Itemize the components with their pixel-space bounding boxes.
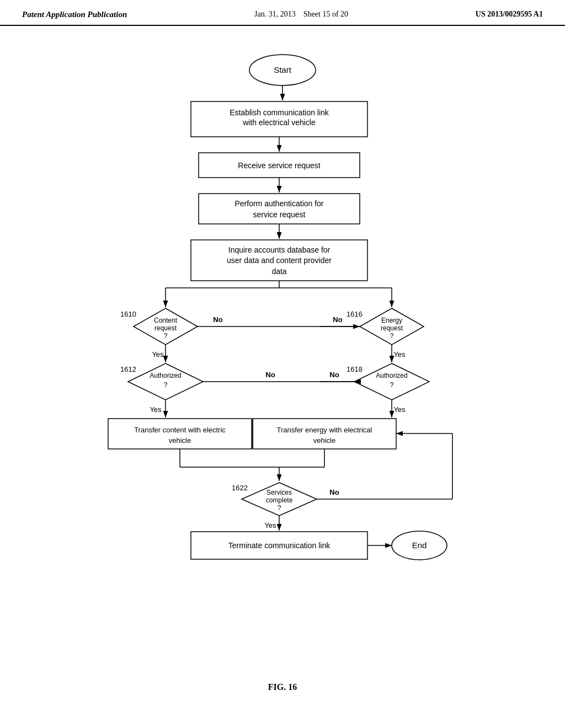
- node-1612-line2: ?: [164, 381, 168, 389]
- figure-label: FIG. 16: [0, 682, 565, 703]
- node-terminate: Terminate communication link: [228, 541, 331, 550]
- node-1622-line1: Services: [266, 489, 292, 496]
- node-1606-line1: Perform authentication for: [234, 199, 323, 208]
- node-1620-line1: Transfer energy with electrical: [277, 426, 372, 434]
- node-1624-line2: vehicle: [169, 436, 191, 445]
- yes-1622: Yes: [264, 521, 276, 529]
- node-1608-line3: data: [271, 267, 286, 276]
- ref-1616: 1616: [347, 310, 363, 318]
- node-1616-line2: request: [381, 324, 403, 332]
- node-1616-line1: Energy: [381, 317, 402, 324]
- no-1612: No: [265, 371, 275, 379]
- yes-1616: Yes: [393, 350, 406, 358]
- node-1612-line1: Authorized: [150, 372, 181, 379]
- header-date-sheet: Jan. 31, 2013 Sheet 15 of 20: [254, 10, 348, 19]
- start-label: Start: [274, 65, 292, 74]
- node-1602-line1: Establish communication link: [230, 108, 329, 117]
- node-1624-line1: Transfer content with electric: [134, 426, 226, 434]
- yes-1610: Yes: [152, 350, 164, 358]
- no-1622: No: [329, 488, 339, 496]
- ref-1612: 1612: [120, 365, 136, 373]
- node-1610-line3: ?: [164, 332, 168, 340]
- node-1610-line1: Content: [154, 317, 178, 324]
- svg-rect-8: [199, 194, 360, 224]
- yes-1612: Yes: [150, 405, 162, 414]
- node-1608-line1: Inquire accounts database for: [228, 245, 331, 254]
- header-date: Jan. 31, 2013: [254, 10, 296, 18]
- ref-1610: 1610: [120, 310, 136, 318]
- node-1610-line2: request: [154, 324, 177, 332]
- node-1608-line2: user data and content provider: [227, 256, 332, 265]
- no-1616: No: [333, 315, 342, 324]
- node-1622-line3: ?: [278, 504, 281, 512]
- node-1602-line2: with electrical vehicle: [242, 118, 316, 127]
- header-patent-number: US 2013/0029595 A1: [476, 10, 543, 19]
- ref-1618: 1618: [347, 365, 363, 373]
- node-1616-line3: ?: [390, 332, 394, 340]
- node-1606-line2: service request: [253, 210, 306, 219]
- page-header: Patent Application Publication Jan. 31, …: [0, 0, 565, 26]
- diagram-area: Start 1602 Establish communication link …: [0, 26, 565, 677]
- yes-1618: Yes: [393, 405, 406, 414]
- header-publication-type: Patent Application Publication: [22, 10, 127, 19]
- flowchart-svg: Start 1602 Establish communication link …: [0, 26, 565, 677]
- header-sheet: Sheet 15 of 20: [303, 10, 348, 18]
- no-1618: No: [329, 371, 339, 379]
- end-label: End: [412, 540, 427, 550]
- node-1604: Receive service request: [238, 161, 321, 170]
- no-1610: No: [213, 315, 222, 324]
- node-1622-line2: complete: [266, 496, 293, 504]
- node-1618-line1: Authorized: [376, 372, 407, 379]
- node-1618-line2: ?: [390, 381, 394, 389]
- node-1620-line2: vehicle: [313, 436, 335, 445]
- ref-1622: 1622: [232, 484, 248, 492]
